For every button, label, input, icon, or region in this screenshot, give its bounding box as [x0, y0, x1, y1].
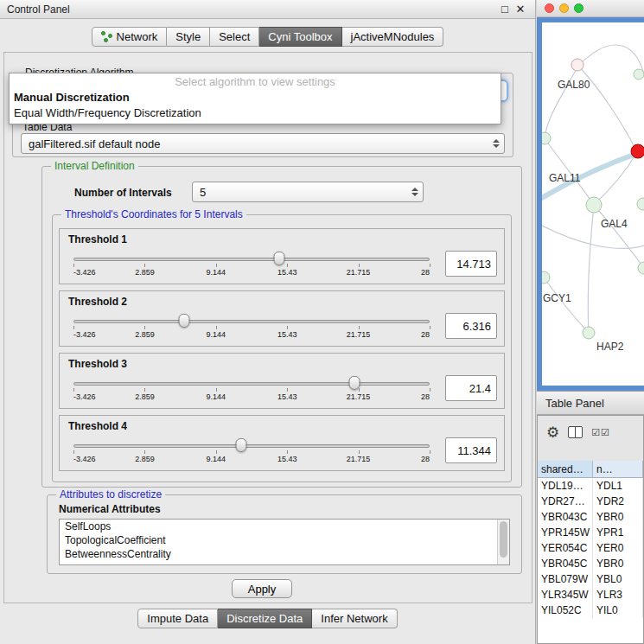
node-gcy1[interactable] [542, 271, 550, 284]
node[interactable] [542, 132, 551, 144]
tab-jactivemnodules[interactable]: jActiveMNodules [342, 27, 444, 47]
list-item[interactable]: SelfLoops [60, 520, 509, 533]
slider-scale: -3.426 2.859 9.144 15.43 21.715 28 [73, 268, 430, 277]
slider-track[interactable] [73, 258, 430, 261]
node[interactable] [637, 198, 644, 210]
zoom-traffic-light[interactable] [574, 3, 583, 13]
table-row[interactable]: YPR145WYPR1 [538, 525, 643, 540]
cell[interactable]: YIL052C [538, 603, 593, 618]
table-panel-title: Table Panel [545, 397, 604, 410]
tab-infer-network[interactable]: Infer Network [312, 609, 397, 628]
cell[interactable]: YPR1 [593, 525, 643, 540]
threshold-value-field[interactable]: 21.4 [445, 375, 497, 401]
minimize-traffic-light[interactable] [559, 3, 569, 13]
cell[interactable]: YIL0 [593, 603, 643, 618]
cell[interactable]: YBR0 [593, 509, 643, 525]
dropdown-option-equal-width-frequency[interactable]: Equal Width/Frequency Discretization [10, 105, 501, 121]
node-label-gal11: GAL11 [549, 172, 581, 184]
number-of-intervals-label: Number of Intervals [74, 187, 172, 199]
list-scrollbar[interactable] [497, 520, 509, 564]
slider-scale: -3.426 2.859 9.144 15.43 21.715 28 [73, 455, 430, 463]
close-traffic-light[interactable] [545, 3, 554, 13]
table-row[interactable]: YDL19…YDL1 [538, 478, 643, 494]
selected-node[interactable] [631, 144, 644, 158]
threshold-slider[interactable]: -3.426 2.859 9.144 15.43 21.715 28 [73, 250, 430, 277]
cell[interactable]: YDL19… [538, 478, 593, 494]
numerical-attributes-label: Numerical Attributes [59, 503, 161, 515]
cell[interactable]: YBR043C [538, 509, 593, 525]
cell[interactable]: YDL1 [593, 478, 643, 494]
tab-style[interactable]: Style [167, 27, 210, 47]
scale-tick-label: 28 [421, 330, 430, 339]
slider-track[interactable] [73, 444, 430, 448]
threshold-slider[interactable]: -3.426 2.859 9.144 15.43 21.715 28 [73, 374, 430, 402]
slider-track[interactable] [73, 382, 430, 386]
cell[interactable]: YDR2 [593, 494, 643, 509]
scrollbar-thumb[interactable] [500, 521, 507, 558]
threshold-value-field[interactable]: 14.713 [445, 251, 497, 277]
cell[interactable]: YLR3 [593, 587, 643, 603]
tab-select[interactable]: Select [210, 27, 259, 47]
cell[interactable]: YBL0 [593, 571, 643, 587]
threshold-block: Threshold 1 -3.426 2.859 9.144 15.43 21.… [59, 228, 505, 284]
threshold-value-field[interactable]: 6.316 [445, 313, 497, 339]
tab-discretize-data[interactable]: Discretize Data [218, 609, 312, 628]
node[interactable] [634, 69, 644, 80]
table-data-combobox[interactable]: galFiltered.sif default node [21, 133, 505, 154]
table-row[interactable]: YER054CYER0 [538, 540, 643, 556]
tab-cyni-toolbox[interactable]: Cyni Toolbox [259, 27, 341, 47]
slider-scale: -3.426 2.859 9.144 15.43 21.715 28 [73, 330, 430, 339]
node-gal80[interactable] [571, 59, 583, 71]
network-canvas[interactable]: GAL80 GAL11 GAL4 GCY1 HAP2 [542, 22, 644, 386]
cell[interactable]: YPR145W [538, 525, 593, 540]
cell[interactable]: YLR345W [538, 587, 593, 603]
scale-tick-label: 21.715 [347, 330, 371, 339]
cell[interactable]: YBR0 [593, 556, 643, 571]
slider-ticks [73, 264, 430, 267]
gear-icon[interactable]: ⚙ [546, 425, 559, 440]
cell[interactable]: YBR045C [538, 556, 593, 571]
cell[interactable]: YDR27… [538, 494, 593, 509]
table-row[interactable]: YBL079WYBL0 [538, 571, 643, 587]
scale-tick-label: 21.715 [347, 455, 371, 463]
node-gal4[interactable] [586, 197, 602, 213]
right-pane: GAL80 GAL11 GAL4 GCY1 HAP2 Table Panel ⚙… [537, 0, 644, 644]
scale-tick-label: 9.144 [207, 392, 226, 401]
scale-tick-label: 15.43 [277, 268, 297, 277]
threshold-label: Threshold 4 [68, 420, 497, 432]
table-row[interactable]: YBR045CYBR0 [538, 556, 643, 571]
network-window-titlebar [537, 0, 644, 17]
node-label-gal4: GAL4 [601, 218, 628, 230]
scale-tick-label: 2.859 [135, 455, 155, 463]
table-row[interactable]: YIL052CYIL0 [538, 603, 643, 618]
cell[interactable]: YER0 [593, 540, 643, 556]
columns-icon[interactable] [568, 426, 583, 438]
threshold-slider[interactable]: -3.426 2.859 9.144 15.43 21.715 28 [73, 437, 430, 464]
table-row[interactable]: YBR043CYBR0 [538, 509, 643, 525]
number-of-intervals-combobox[interactable]: 5 [192, 182, 424, 202]
threshold-slider[interactable]: -3.426 2.859 9.144 15.43 21.715 28 [73, 312, 430, 340]
column-header-name[interactable]: n… [593, 461, 643, 478]
close-icon[interactable]: ✕ [513, 3, 528, 16]
table-row[interactable]: YDR27…YDR2 [538, 494, 643, 509]
apply-button[interactable]: Apply [232, 579, 292, 598]
list-item[interactable]: TopologicalCoefficient [60, 533, 509, 547]
attributes-group-title: Attributes to discretize [56, 488, 165, 501]
slider-track[interactable] [73, 320, 430, 323]
select-columns-icon[interactable]: ☑☑ [591, 427, 610, 438]
float-window-icon[interactable]: □ [497, 3, 513, 16]
list-item[interactable]: BetweennessCentrality [60, 547, 509, 561]
table-row[interactable]: YLR345WYLR3 [538, 587, 643, 603]
numerical-attributes-list[interactable]: SelfLoops TopologicalCoefficient Between… [59, 519, 510, 565]
node-hap2[interactable] [583, 327, 595, 339]
cell[interactable]: YBL079W [538, 571, 593, 587]
tab-network[interactable]: Network [92, 27, 168, 47]
network-icon [101, 31, 112, 42]
dropdown-option-manual-discretization[interactable]: Manual Discretization [10, 90, 501, 105]
tab-impute-data[interactable]: Impute Data [137, 609, 218, 628]
cell[interactable]: YER054C [538, 540, 593, 556]
column-header-shared-name[interactable]: shared… [538, 461, 593, 478]
threshold-value-field[interactable]: 11.344 [445, 437, 497, 463]
algorithm-placeholder: Select algorithm to view settings [10, 73, 501, 90]
node[interactable] [638, 262, 644, 274]
